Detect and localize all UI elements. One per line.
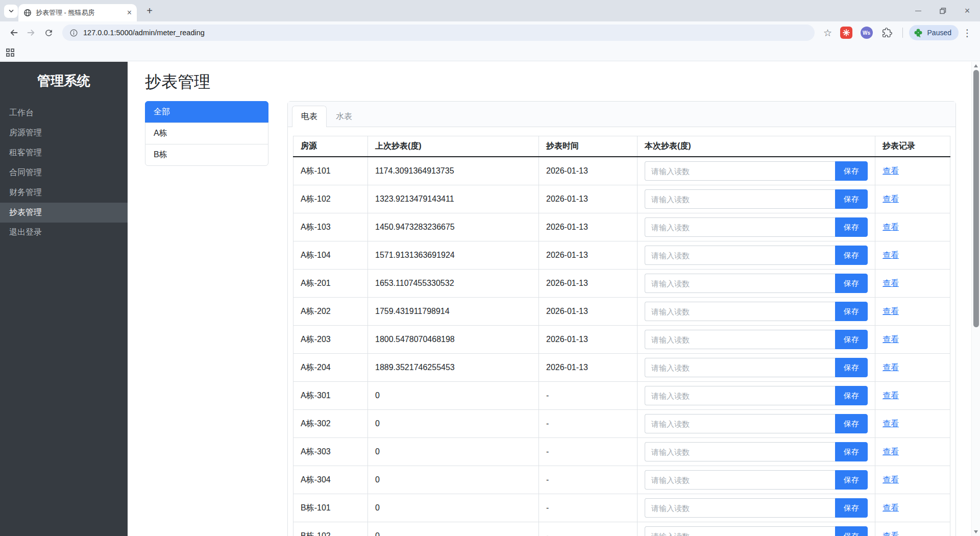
meter-tab-1[interactable]: 水表 xyxy=(327,106,361,127)
reading-input[interactable] xyxy=(645,302,835,321)
address-bar[interactable]: 127.0.0.1:5000/admin/meter_reading xyxy=(62,25,815,41)
sidebar-item-0[interactable]: 工作台 xyxy=(0,103,128,123)
new-reading-cell: 保存 xyxy=(638,298,875,326)
scrollbar-down-arrow[interactable] xyxy=(974,530,978,533)
meter-tab-0[interactable]: 电表 xyxy=(292,106,327,127)
header-reading-time: 抄表时间 xyxy=(539,136,638,157)
view-record-link[interactable]: 查看 xyxy=(883,503,899,512)
page-scrollbar[interactable] xyxy=(971,62,980,536)
reload-button[interactable] xyxy=(41,25,56,40)
reading-input[interactable] xyxy=(645,358,835,377)
save-button[interactable]: 保存 xyxy=(835,217,868,237)
extension-icon-ws[interactable]: Ws xyxy=(861,27,873,39)
room-cell: A栋-301 xyxy=(293,382,368,410)
new-reading-cell: 保存 xyxy=(638,438,875,466)
view-record-link[interactable]: 查看 xyxy=(883,475,899,484)
save-button[interactable]: 保存 xyxy=(835,386,868,405)
url-text[interactable]: 127.0.0.1:5000/admin/meter_reading xyxy=(83,29,205,37)
reading-input[interactable] xyxy=(645,414,835,433)
save-button[interactable]: 保存 xyxy=(835,274,868,293)
reading-input[interactable] xyxy=(645,386,835,405)
browser-menu-icon[interactable]: ⋮ xyxy=(961,27,974,39)
reading-input[interactable] xyxy=(645,246,835,265)
tab-title: 抄表管理 - 熊猫易房 xyxy=(36,8,123,17)
save-button[interactable]: 保存 xyxy=(835,246,868,265)
filter-item-1[interactable]: A栋 xyxy=(145,123,268,144)
reading-input[interactable] xyxy=(645,526,835,536)
view-record-link[interactable]: 查看 xyxy=(883,223,899,231)
save-button[interactable]: 保存 xyxy=(835,358,868,377)
back-button[interactable] xyxy=(6,25,21,40)
table-row: B栋-101 0 - 保存 查看 xyxy=(293,494,950,522)
extensions-puzzle-icon[interactable] xyxy=(880,26,894,40)
reading-input[interactable] xyxy=(645,161,835,181)
filter-item-2[interactable]: B栋 xyxy=(145,144,268,166)
view-record-link[interactable]: 查看 xyxy=(883,279,899,287)
reading-time-cell: 2026-01-13 xyxy=(539,241,638,270)
reading-input[interactable] xyxy=(645,498,835,518)
sidebar-item-6[interactable]: 退出登录 xyxy=(0,223,128,242)
bookmark-star-icon[interactable]: ☆ xyxy=(821,27,835,39)
apps-grid-icon[interactable] xyxy=(6,48,14,57)
forward-button[interactable] xyxy=(23,25,39,40)
scrollbar-up-arrow[interactable] xyxy=(974,64,978,67)
sidebar-item-4[interactable]: 财务管理 xyxy=(0,183,128,203)
view-record-link[interactable]: 查看 xyxy=(883,166,899,175)
save-button[interactable]: 保存 xyxy=(835,442,868,461)
minimize-icon xyxy=(915,11,921,11)
record-cell: 查看 xyxy=(875,326,950,354)
extension-icon-red-gear[interactable] xyxy=(840,27,852,39)
reading-input[interactable] xyxy=(645,217,835,237)
view-record-link[interactable]: 查看 xyxy=(883,419,899,428)
site-info-icon[interactable] xyxy=(69,29,78,37)
view-record-link[interactable]: 查看 xyxy=(883,447,899,456)
room-cell: A栋-201 xyxy=(293,270,368,298)
tab-close-icon[interactable]: × xyxy=(127,9,132,17)
save-button[interactable]: 保存 xyxy=(835,470,868,490)
sidebar-item-3[interactable]: 合同管理 xyxy=(0,163,128,183)
sidebar-item-2[interactable]: 租客管理 xyxy=(0,143,128,163)
scrollbar-thumb[interactable] xyxy=(973,70,979,327)
new-reading-cell: 保存 xyxy=(638,494,875,522)
table-row: A栋-202 1759.431911798914 2026-01-13 保存 查… xyxy=(293,298,950,326)
view-record-link[interactable]: 查看 xyxy=(883,335,899,344)
save-button[interactable]: 保存 xyxy=(835,414,868,433)
browser-tab-strip: 抄表管理 - 熊猫易房 × + × xyxy=(0,0,980,21)
record-cell: 查看 xyxy=(875,354,950,382)
view-record-link[interactable]: 查看 xyxy=(883,531,899,536)
reading-input[interactable] xyxy=(645,442,835,461)
reading-input[interactable] xyxy=(645,189,835,209)
save-button[interactable]: 保存 xyxy=(835,498,868,518)
view-record-link[interactable]: 查看 xyxy=(883,194,899,203)
window-minimize-button[interactable] xyxy=(913,5,924,16)
view-record-link[interactable]: 查看 xyxy=(883,307,899,315)
record-cell: 查看 xyxy=(875,270,950,298)
reading-input[interactable] xyxy=(645,470,835,490)
last-reading-cell: 1323.9213479143411 xyxy=(368,185,539,213)
toolbar-separator xyxy=(902,28,903,38)
save-button[interactable]: 保存 xyxy=(835,330,868,349)
sidebar-item-5[interactable]: 抄表管理 xyxy=(0,203,128,223)
room-cell: A栋-304 xyxy=(293,466,368,494)
save-button[interactable]: 保存 xyxy=(835,302,868,321)
browser-tab[interactable]: 抄表管理 - 熊猫易房 × xyxy=(18,4,137,21)
last-reading-cell: 1759.431911798914 xyxy=(368,298,539,326)
window-restore-button[interactable] xyxy=(937,5,948,16)
view-record-link[interactable]: 查看 xyxy=(883,251,899,259)
filter-item-0[interactable]: 全部 xyxy=(145,101,268,123)
reading-input[interactable] xyxy=(645,330,835,349)
window-close-button[interactable]: × xyxy=(962,5,973,16)
save-button[interactable]: 保存 xyxy=(835,189,868,209)
save-button[interactable]: 保存 xyxy=(835,526,868,536)
tab-search-button[interactable] xyxy=(4,5,18,18)
reading-time-cell: - xyxy=(539,466,638,494)
room-cell: A栋-302 xyxy=(293,410,368,438)
view-record-link[interactable]: 查看 xyxy=(883,363,899,372)
new-tab-button[interactable]: + xyxy=(143,4,156,17)
new-reading-cell: 保存 xyxy=(638,466,875,494)
save-button[interactable]: 保存 xyxy=(835,161,868,181)
profile-paused-badge[interactable]: Paused xyxy=(909,25,959,40)
view-record-link[interactable]: 查看 xyxy=(883,391,899,400)
sidebar-item-1[interactable]: 房源管理 xyxy=(0,123,128,143)
reading-input[interactable] xyxy=(645,274,835,293)
